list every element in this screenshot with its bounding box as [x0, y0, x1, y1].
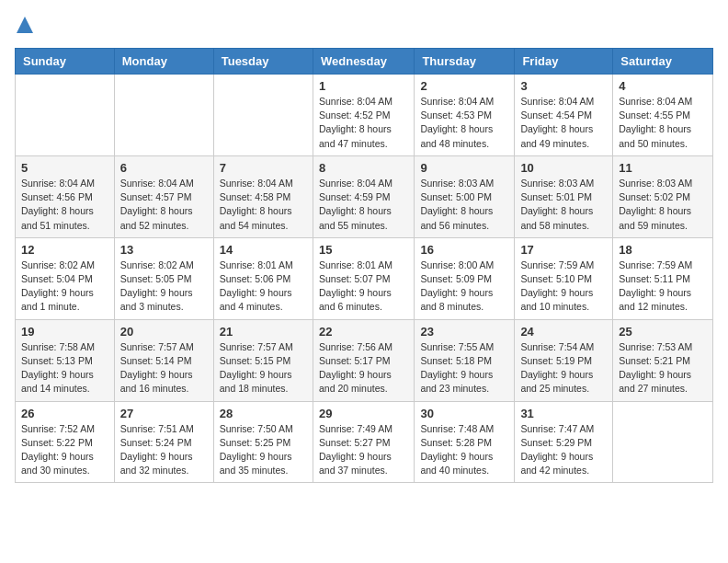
- day-info: Sunrise: 8:01 AM Sunset: 5:06 PM Dayligh…: [220, 259, 307, 315]
- calendar-cell: 15Sunrise: 8:01 AM Sunset: 5:07 PM Dayli…: [313, 237, 414, 319]
- calendar-cell: 9Sunrise: 8:03 AM Sunset: 5:00 PM Daylig…: [415, 155, 515, 237]
- calendar-header: SundayMondayTuesdayWednesdayThursdayFrid…: [16, 49, 713, 75]
- day-number: 13: [120, 243, 208, 257]
- calendar-week-row: 26Sunrise: 7:52 AM Sunset: 5:22 PM Dayli…: [16, 401, 713, 483]
- calendar-cell: 17Sunrise: 7:59 AM Sunset: 5:10 PM Dayli…: [515, 237, 613, 319]
- calendar-week-row: 5Sunrise: 8:04 AM Sunset: 4:56 PM Daylig…: [16, 155, 713, 237]
- calendar-cell: 31Sunrise: 7:47 AM Sunset: 5:29 PM Dayli…: [515, 401, 613, 483]
- calendar-cell: 19Sunrise: 7:58 AM Sunset: 5:13 PM Dayli…: [16, 319, 115, 401]
- day-number: 22: [319, 325, 408, 339]
- logo-icon: [17, 17, 33, 33]
- day-number: 18: [619, 243, 707, 257]
- calendar-cell: [613, 401, 713, 483]
- day-info: Sunrise: 8:03 AM Sunset: 5:01 PM Dayligh…: [520, 177, 607, 233]
- calendar-week-row: 12Sunrise: 8:02 AM Sunset: 5:04 PM Dayli…: [16, 237, 713, 319]
- day-number: 10: [520, 161, 607, 175]
- day-info: Sunrise: 7:53 AM Sunset: 5:21 PM Dayligh…: [619, 340, 707, 396]
- day-info: Sunrise: 7:54 AM Sunset: 5:19 PM Dayligh…: [520, 340, 607, 396]
- day-number: 24: [520, 325, 607, 339]
- calendar-cell: 10Sunrise: 8:03 AM Sunset: 5:01 PM Dayli…: [515, 155, 613, 237]
- day-info: Sunrise: 7:48 AM Sunset: 5:28 PM Dayligh…: [420, 422, 508, 478]
- day-info: Sunrise: 7:56 AM Sunset: 5:17 PM Dayligh…: [319, 340, 408, 396]
- day-number: 8: [319, 161, 408, 175]
- day-number: 20: [120, 325, 208, 339]
- weekday-header: Saturday: [613, 49, 713, 75]
- day-number: 25: [619, 325, 707, 339]
- calendar-cell: 21Sunrise: 7:57 AM Sunset: 5:15 PM Dayli…: [213, 319, 313, 401]
- day-info: Sunrise: 8:04 AM Sunset: 4:58 PM Dayligh…: [220, 177, 307, 233]
- day-info: Sunrise: 7:47 AM Sunset: 5:29 PM Dayligh…: [520, 422, 607, 478]
- day-info: Sunrise: 8:04 AM Sunset: 4:57 PM Dayligh…: [120, 177, 208, 233]
- day-number: 12: [21, 243, 108, 257]
- day-number: 31: [520, 407, 607, 420]
- day-number: 26: [21, 407, 108, 420]
- calendar-cell: 4Sunrise: 8:04 AM Sunset: 4:55 PM Daylig…: [613, 75, 713, 156]
- day-info: Sunrise: 8:02 AM Sunset: 5:04 PM Dayligh…: [21, 259, 108, 315]
- day-info: Sunrise: 7:50 AM Sunset: 5:25 PM Dayligh…: [220, 422, 307, 478]
- calendar-cell: 2Sunrise: 8:04 AM Sunset: 4:53 PM Daylig…: [415, 75, 515, 156]
- day-info: Sunrise: 8:04 AM Sunset: 4:59 PM Dayligh…: [319, 177, 408, 233]
- day-number: 3: [520, 79, 607, 93]
- calendar-cell: 25Sunrise: 7:53 AM Sunset: 5:21 PM Dayli…: [613, 319, 713, 401]
- calendar-cell: 5Sunrise: 8:04 AM Sunset: 4:56 PM Daylig…: [16, 155, 115, 237]
- calendar-table: SundayMondayTuesdayWednesdayThursdayFrid…: [15, 48, 713, 483]
- calendar-cell: 6Sunrise: 8:04 AM Sunset: 4:57 PM Daylig…: [114, 155, 213, 237]
- day-info: Sunrise: 7:57 AM Sunset: 5:14 PM Dayligh…: [120, 340, 208, 396]
- calendar-cell: 20Sunrise: 7:57 AM Sunset: 5:14 PM Dayli…: [114, 319, 213, 401]
- day-number: 14: [220, 243, 307, 257]
- calendar-cell: [16, 75, 115, 156]
- calendar-cell: 22Sunrise: 7:56 AM Sunset: 5:17 PM Dayli…: [313, 319, 414, 401]
- calendar-cell: 12Sunrise: 8:02 AM Sunset: 5:04 PM Dayli…: [16, 237, 115, 319]
- calendar-body: 1Sunrise: 8:04 AM Sunset: 4:52 PM Daylig…: [16, 75, 713, 483]
- day-info: Sunrise: 8:04 AM Sunset: 4:55 PM Dayligh…: [619, 95, 707, 151]
- day-number: 17: [520, 243, 607, 257]
- calendar-cell: 28Sunrise: 7:50 AM Sunset: 5:25 PM Dayli…: [213, 401, 313, 483]
- day-number: 15: [319, 243, 408, 257]
- calendar-cell: 11Sunrise: 8:03 AM Sunset: 5:02 PM Dayli…: [613, 155, 713, 237]
- day-number: 1: [319, 79, 408, 93]
- day-number: 23: [420, 325, 508, 339]
- calendar-cell: 8Sunrise: 8:04 AM Sunset: 4:59 PM Daylig…: [313, 155, 414, 237]
- weekday-header: Monday: [114, 49, 213, 75]
- calendar-cell: 30Sunrise: 7:48 AM Sunset: 5:28 PM Dayli…: [415, 401, 515, 483]
- calendar-cell: 18Sunrise: 7:59 AM Sunset: 5:11 PM Dayli…: [613, 237, 713, 319]
- calendar-cell: 29Sunrise: 7:49 AM Sunset: 5:27 PM Dayli…: [313, 401, 414, 483]
- day-info: Sunrise: 7:58 AM Sunset: 5:13 PM Dayligh…: [21, 340, 108, 396]
- weekday-header: Tuesday: [213, 49, 313, 75]
- calendar-cell: 26Sunrise: 7:52 AM Sunset: 5:22 PM Dayli…: [16, 401, 115, 483]
- day-number: 29: [319, 407, 408, 420]
- day-number: 5: [21, 161, 108, 175]
- day-number: 27: [120, 407, 208, 420]
- calendar-cell: 14Sunrise: 8:01 AM Sunset: 5:06 PM Dayli…: [213, 237, 313, 319]
- day-number: 4: [619, 79, 707, 93]
- calendar-week-row: 1Sunrise: 8:04 AM Sunset: 4:52 PM Daylig…: [16, 75, 713, 156]
- calendar-cell: 13Sunrise: 8:02 AM Sunset: 5:05 PM Dayli…: [114, 237, 213, 319]
- day-info: Sunrise: 8:04 AM Sunset: 4:52 PM Dayligh…: [319, 95, 408, 151]
- day-number: 9: [420, 161, 508, 175]
- day-info: Sunrise: 8:04 AM Sunset: 4:53 PM Dayligh…: [420, 95, 508, 151]
- day-info: Sunrise: 8:04 AM Sunset: 4:54 PM Dayligh…: [520, 95, 607, 151]
- day-info: Sunrise: 7:55 AM Sunset: 5:18 PM Dayligh…: [420, 340, 508, 396]
- day-info: Sunrise: 8:04 AM Sunset: 4:56 PM Dayligh…: [21, 177, 108, 233]
- weekday-header: Wednesday: [313, 49, 414, 75]
- day-info: Sunrise: 7:51 AM Sunset: 5:24 PM Dayligh…: [120, 422, 208, 478]
- calendar-cell: 1Sunrise: 8:04 AM Sunset: 4:52 PM Daylig…: [313, 75, 414, 156]
- calendar-week-row: 19Sunrise: 7:58 AM Sunset: 5:13 PM Dayli…: [16, 319, 713, 401]
- day-info: Sunrise: 8:01 AM Sunset: 5:07 PM Dayligh…: [319, 259, 408, 315]
- day-number: 16: [420, 243, 508, 257]
- logo: [15, 15, 33, 37]
- day-number: 19: [21, 325, 108, 339]
- day-info: Sunrise: 8:02 AM Sunset: 5:05 PM Dayligh…: [120, 259, 208, 315]
- day-info: Sunrise: 7:59 AM Sunset: 5:11 PM Dayligh…: [619, 259, 707, 315]
- day-number: 11: [619, 161, 707, 175]
- calendar-cell: 24Sunrise: 7:54 AM Sunset: 5:19 PM Dayli…: [515, 319, 613, 401]
- calendar-cell: [114, 75, 213, 156]
- day-info: Sunrise: 8:03 AM Sunset: 5:00 PM Dayligh…: [420, 177, 508, 233]
- day-number: 7: [220, 161, 307, 175]
- day-number: 2: [420, 79, 508, 93]
- calendar-cell: 7Sunrise: 8:04 AM Sunset: 4:58 PM Daylig…: [213, 155, 313, 237]
- weekday-header: Thursday: [415, 49, 515, 75]
- svg-marker-0: [17, 17, 33, 33]
- day-info: Sunrise: 7:52 AM Sunset: 5:22 PM Dayligh…: [21, 422, 108, 478]
- day-number: 6: [120, 161, 208, 175]
